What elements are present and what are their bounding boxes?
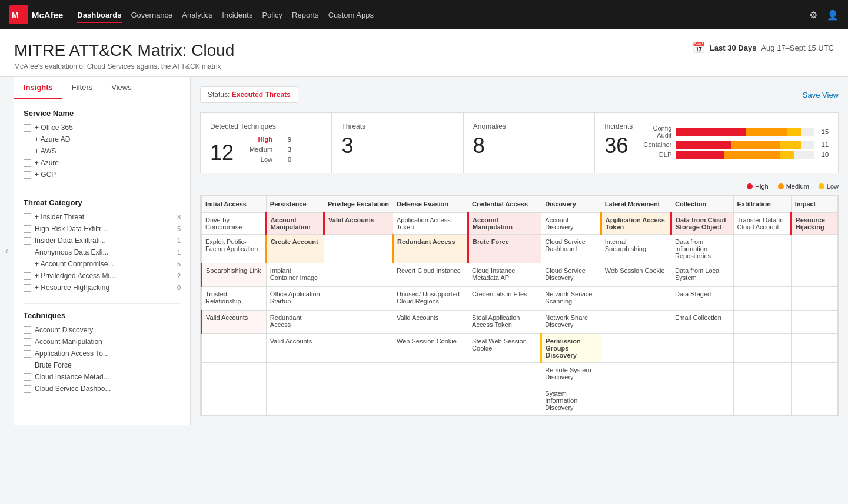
threat-count: 8 (177, 213, 181, 221)
save-view-button[interactable]: Save View (803, 91, 839, 99)
nav-item-incidents[interactable]: Incidents (222, 8, 252, 22)
matrix-cell-impact (791, 363, 837, 386)
technique-checkbox[interactable] (24, 338, 31, 346)
matrix-cell-lateral-movement[interactable]: Internal Spearphishing (601, 235, 671, 263)
tab-insights[interactable]: Insights (14, 77, 62, 99)
service-checkbox[interactable] (24, 171, 31, 179)
matrix-cell-discovery[interactable]: Cloud Service Discovery (541, 263, 601, 287)
incidents-title: Incidents (604, 122, 633, 131)
matrix-cell-discovery[interactable]: System Information Discovery (541, 386, 601, 415)
status-filter[interactable]: Status: Executed Threats (200, 86, 298, 103)
threat-checkbox[interactable] (24, 284, 31, 292)
sidebar-collapse-button[interactable]: ‹ (0, 77, 14, 425)
matrix-cell-initial-access[interactable]: Drive-by Compromise (202, 213, 267, 235)
matrix-cell-credential-access[interactable]: Credentials in Files (468, 287, 541, 311)
matrix-cell-persistence[interactable]: Create Account (266, 235, 324, 263)
threat-checkbox[interactable] (24, 237, 31, 245)
matrix-cell-initial-access[interactable]: Exploit Public-Facing Application (202, 235, 267, 263)
tab-filters[interactable]: Filters (62, 77, 102, 99)
matrix-cell-defense-evasion[interactable]: Web Session Cookie (393, 334, 468, 363)
matrix-cell-collection[interactable]: Email Collection (671, 311, 733, 334)
technique-checkbox[interactable] (24, 362, 31, 369)
matrix-cell-collection[interactable]: Data from Information Repositories (671, 235, 733, 263)
threat-checkbox[interactable] (24, 272, 31, 280)
matrix-cell-discovery[interactable]: Network Share Discovery (541, 311, 601, 334)
technique-label: Account Manipulation (35, 338, 102, 346)
matrix-col-header: Impact (791, 196, 837, 213)
matrix-cell-defense-evasion[interactable]: Redundant Access (393, 235, 468, 263)
threat-item-left: + Resource Highjacking (24, 283, 109, 292)
technique-checkbox[interactable] (24, 326, 31, 334)
matrix-cell-impact[interactable]: Resource Hijacking (791, 213, 837, 235)
matrix-row: Remote System Discovery (202, 363, 838, 386)
matrix-cell-discovery[interactable]: Account Discovery (541, 213, 601, 235)
nav-item-reports[interactable]: Reports (292, 8, 319, 22)
config-audit-label: Config Audit (642, 125, 671, 139)
threat-checkbox[interactable] (24, 261, 31, 268)
matrix-cell-lateral-movement[interactable]: Web Session Cookie (601, 263, 671, 287)
matrix-row: Exploit Public-Facing ApplicationCreate … (202, 235, 838, 263)
technique-checkbox[interactable] (24, 350, 31, 358)
threat-label: Anonymous Data Exfi... (35, 248, 108, 256)
technique-item: Account Manipulation (24, 338, 181, 346)
matrix-cell-lateral-movement[interactable]: Application Access Token (601, 213, 671, 235)
nav-item-governance[interactable]: Governance (131, 8, 173, 22)
matrix-cell-defense-evasion[interactable]: Application Access Token (393, 213, 468, 235)
matrix-cell-initial-access[interactable]: Valid Accounts (202, 311, 267, 334)
matrix-cell-persistence[interactable]: Office Application Startup (266, 287, 324, 311)
matrix-cell-defense-evasion[interactable]: Revert Cloud Instance (393, 263, 468, 287)
service-checkbox[interactable] (24, 124, 31, 132)
matrix-cell-credential-access[interactable]: Cloud Instance Metadata API (468, 263, 541, 287)
matrix-cell-discovery[interactable]: Cloud Service Dashboard (541, 235, 601, 263)
matrix-cell-defense-evasion[interactable]: Unused/ Unsupported Cloud Regions (393, 287, 468, 311)
legend-low: Low (819, 183, 839, 190)
threat-checkbox[interactable] (24, 213, 31, 221)
matrix-cell-exfiltration (733, 311, 791, 334)
technique-item-left: Cloud Service Dashbo... (24, 385, 111, 393)
service-checkbox[interactable] (24, 148, 31, 155)
service-checkbox[interactable] (24, 136, 31, 143)
matrix-cell-persistence[interactable]: Valid Accounts (266, 334, 324, 363)
matrix-cell-discovery[interactable]: Remote System Discovery (541, 363, 601, 386)
brand-logo: M McAfee (9, 5, 63, 24)
matrix-cell-defense-evasion[interactable]: Valid Accounts (393, 311, 468, 334)
nav-item-analytics[interactable]: Analytics (182, 8, 212, 22)
matrix-cell-collection[interactable]: Data Staged (671, 287, 733, 311)
service-checkbox[interactable] (24, 159, 31, 167)
service-item: + AWS (24, 147, 181, 155)
matrix-cell-credential-access[interactable]: Brute Force (468, 235, 541, 263)
matrix-cell-persistence[interactable]: Implant Container Image (266, 263, 324, 287)
technique-checkbox[interactable] (24, 385, 31, 393)
matrix-cell-collection[interactable]: Data from Local System (671, 263, 733, 287)
matrix-cell-persistence[interactable]: Account Manipulation (266, 213, 324, 235)
detected-title: Detected Techniques (210, 122, 322, 131)
matrix-cell-credential-access[interactable]: Account Manipulation (468, 213, 541, 235)
status-label: Status: (208, 91, 230, 99)
services-list: + Office 365 + Azure AD + AWS + Azure + … (24, 124, 181, 179)
matrix-cell-discovery[interactable]: Permission Groups Discovery (541, 334, 601, 363)
nav-item-custom-apps[interactable]: Custom Apps (328, 8, 374, 22)
matrix-cell-collection[interactable]: Data from Cloud Storage Object (671, 213, 733, 235)
settings-icon[interactable]: ⚙ (809, 9, 817, 21)
matrix-cell-credential-access[interactable]: Steal Web Session Cookie (468, 334, 541, 363)
user-icon[interactable]: 👤 (827, 9, 839, 21)
legend-medium-dot (778, 183, 784, 189)
nav-item-policy[interactable]: Policy (262, 8, 282, 22)
threat-checkbox[interactable] (24, 225, 31, 233)
matrix-cell-discovery[interactable]: Network Service Scanning (541, 287, 601, 311)
matrix-cell-initial-access[interactable]: Trusted Relationship (202, 287, 267, 311)
matrix-cell-persistence[interactable]: Redundant Access (266, 311, 324, 334)
tab-views[interactable]: Views (102, 77, 141, 99)
matrix-cell-initial-access[interactable]: Spearphishing Link (202, 263, 267, 287)
matrix-cell-privilege-escalation[interactable]: Valid Accounts (324, 213, 393, 235)
matrix-cell-persistence (266, 363, 324, 386)
technique-checkbox[interactable] (24, 373, 31, 381)
matrix-cell-exfiltration[interactable]: Transfer Data to Cloud Account (733, 213, 791, 235)
threat-checkbox[interactable] (24, 249, 31, 256)
technique-item-left: Account Discovery (24, 326, 93, 334)
nav-item-dashboards[interactable]: Dashboards (77, 8, 121, 23)
high-label: High (243, 136, 272, 143)
threat-label: + Priviledged Access Mi... (35, 272, 115, 280)
matrix-cell-credential-access[interactable]: Steal Application Access Token (468, 311, 541, 334)
threats-card: Threats 3 (332, 113, 463, 173)
